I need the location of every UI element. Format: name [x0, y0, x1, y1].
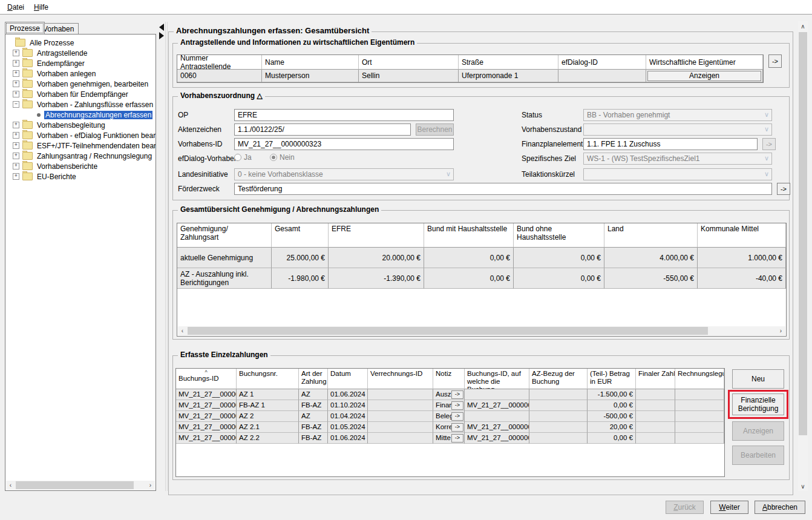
expand-plus-icon[interactable]: + [13, 132, 19, 139]
finanzplanelement-field[interactable]: 1.1. FPE 1.1 Zuschuss [583, 138, 758, 150]
scrollbar-thumb[interactable] [799, 32, 807, 435]
table-cell[interactable]: MV_21_27__00000000 [176, 400, 237, 411]
table-cell[interactable]: AZ - Auszahlung inkl. Berichtigungen [177, 268, 272, 289]
column-header[interactable]: Datum [328, 369, 368, 389]
expand-plus-icon[interactable]: + [13, 91, 19, 97]
table-cell[interactable] [529, 411, 588, 422]
tree-item-zahlungsantrag[interactable]: +Zahlungsantrag / Rechnungslegung [5, 151, 156, 161]
table-cell[interactable]: 0,00 € [424, 268, 514, 289]
main-vertical-scrollbar[interactable]: ∧ ∨ [798, 21, 808, 491]
table-cell[interactable] [529, 389, 588, 400]
table-cell[interactable]: -1.390,00 € [329, 268, 424, 289]
table-cell[interactable]: 4.000,00 € [604, 248, 698, 268]
scroll-right-icon[interactable]: › [146, 481, 155, 490]
scrollbar-thumb[interactable] [16, 481, 134, 489]
scroll-up-icon[interactable]: ∧ [798, 21, 808, 31]
table-cell[interactable]: aktuelle Genehmigung [177, 248, 272, 268]
notiz-cell[interactable]: Ausz-> [433, 389, 465, 400]
table-cell[interactable]: AZ 2.2 [237, 433, 299, 444]
vorhabens-id-field[interactable]: MV_21_27__0000000323 [234, 138, 454, 150]
table-cell[interactable]: MV_21_27__00000000 [176, 411, 237, 422]
notiz-open-arrow-button[interactable]: -> [451, 412, 463, 421]
table-cell[interactable]: -550,00 € [604, 268, 698, 289]
table-cell[interactable]: 01.06.2024 [328, 389, 368, 400]
expand-plus-icon[interactable]: + [13, 153, 19, 159]
tree-item-vorhabensberichte[interactable]: +Vorhabensberichte [5, 161, 156, 171]
table-cell[interactable]: AZ [299, 411, 328, 422]
column-header[interactable]: Verrechnungs-ID [368, 369, 433, 389]
column-header[interactable]: Art der Zahlung [299, 369, 328, 389]
tree-item-vorhaben-anlegen[interactable]: +Vorhaben anlegen [5, 68, 156, 79]
splitter-collapse-left-icon[interactable] [159, 24, 164, 31]
column-header[interactable]: Buchungs-ID, auf welche die Buchung [465, 369, 529, 389]
table-cell[interactable]: -1.980,00 € [272, 268, 329, 289]
table-cell[interactable]: 0,00 € [424, 248, 514, 268]
op-field[interactable]: EFRE [234, 109, 454, 121]
table-cell[interactable]: Sellin [359, 70, 459, 82]
tree-item-vorhaben-genehmigen[interactable]: +Vorhaben genehmigen, bearbeiten [5, 79, 156, 89]
column-header[interactable]: AZ-Bezug der Buchung [529, 369, 588, 389]
table-cell[interactable] [636, 422, 675, 433]
table-cell[interactable] [558, 70, 646, 82]
table-cell[interactable] [675, 389, 724, 400]
scroll-right-icon[interactable]: › [776, 326, 785, 335]
tree-item-vorhabensbegleitung[interactable]: +Vorhabensbegleitung [5, 120, 156, 130]
table-cell[interactable]: 0,00 € [514, 268, 604, 289]
notiz-cell[interactable]: Korre-> [433, 422, 465, 433]
notiz-open-arrow-button[interactable]: -> [451, 434, 463, 443]
table-cell[interactable] [465, 411, 529, 422]
notiz-open-arrow-button[interactable]: -> [451, 423, 463, 432]
abbrechen-button[interactable]: Abbrechen [755, 501, 805, 514]
table-cell[interactable] [636, 433, 675, 444]
table-cell[interactable]: Musterperson [262, 70, 359, 82]
scroll-down-icon[interactable]: ∨ [798, 481, 808, 491]
splitter-bar[interactable] [165, 22, 168, 491]
table-cell[interactable] [529, 433, 588, 444]
table-cell[interactable]: MV_21_27__00000000 [176, 422, 237, 433]
scrollbar-thumb[interactable] [188, 327, 708, 335]
table-cell[interactable] [636, 411, 675, 422]
column-header[interactable]: Finaler Zahlungsantrag [636, 369, 675, 389]
table-cell[interactable]: 25.000,00 € [272, 248, 329, 268]
table-cell[interactable]: -40,00 € [698, 268, 786, 289]
table-cell[interactable]: MV_21_27__00000000 [176, 389, 237, 400]
column-header[interactable]: Rechnungslegung [675, 369, 724, 389]
scroll-left-icon[interactable]: ‹ [6, 481, 15, 490]
table-cell[interactable]: 0,00 € [588, 400, 636, 411]
table-cell[interactable]: AZ 2.1 [237, 422, 299, 433]
table-cell[interactable] [465, 389, 529, 400]
table-cell[interactable]: AZ 2 [237, 411, 299, 422]
expand-plus-icon[interactable]: + [13, 81, 19, 87]
tab-prozesse[interactable]: Prozesse [5, 22, 45, 35]
table-cell[interactable]: MV_21_27__00000000 [465, 433, 529, 444]
table-cell[interactable] [636, 400, 675, 411]
table-cell[interactable]: 0,00 € [514, 248, 604, 268]
table-cell[interactable] [368, 422, 433, 433]
table-cell[interactable] [368, 389, 433, 400]
tree-item-endempfaenger[interactable]: +Endempfänger [5, 58, 156, 68]
splitter-expand-right-icon[interactable] [159, 32, 164, 39]
scroll-left-icon[interactable]: ‹ [178, 326, 187, 335]
notiz-cell[interactable]: Mitte-> [433, 433, 465, 444]
table-cell[interactable]: AZ 1 [237, 389, 299, 400]
table-cell[interactable]: Uferpromonade 1 [459, 70, 558, 82]
table-cell[interactable] [675, 400, 724, 411]
tree-item-zahlungsfluesse[interactable]: −Vorhaben - Zahlungsflüsse erfassen [5, 99, 156, 110]
expand-plus-icon[interactable]: + [13, 142, 19, 149]
table-cell[interactable]: 20,00 € [588, 422, 636, 433]
tree-item-antragstellende[interactable]: +Antragstellende [5, 48, 156, 58]
finanzielle-berichtigung-button[interactable]: Finanzielle Berichtigung [732, 393, 784, 415]
aktenzeichen-field[interactable]: 1.1./00122/25/ [234, 123, 411, 136]
table-cell[interactable] [368, 400, 433, 411]
expand-plus-icon[interactable]: + [13, 70, 19, 77]
collapse-minus-icon[interactable]: − [13, 101, 19, 108]
tree-horizontal-scrollbar[interactable]: ‹ › [6, 481, 155, 490]
expand-plus-icon[interactable]: + [13, 60, 19, 67]
table-cell[interactable]: FB-AZ [299, 422, 328, 433]
column-header[interactable]: (Teil-) Betrag in EUR [588, 369, 636, 389]
table-cell[interactable] [368, 433, 433, 444]
overview-horizontal-scrollbar[interactable]: ‹ › [178, 326, 785, 335]
table-cell[interactable] [529, 400, 588, 411]
tree-item-esf-jtf[interactable]: +ESF+/JTF-Teilnehmendendaten bearbeiten [5, 140, 156, 151]
column-header-sorted[interactable]: ^Buchungs-ID [176, 369, 237, 389]
